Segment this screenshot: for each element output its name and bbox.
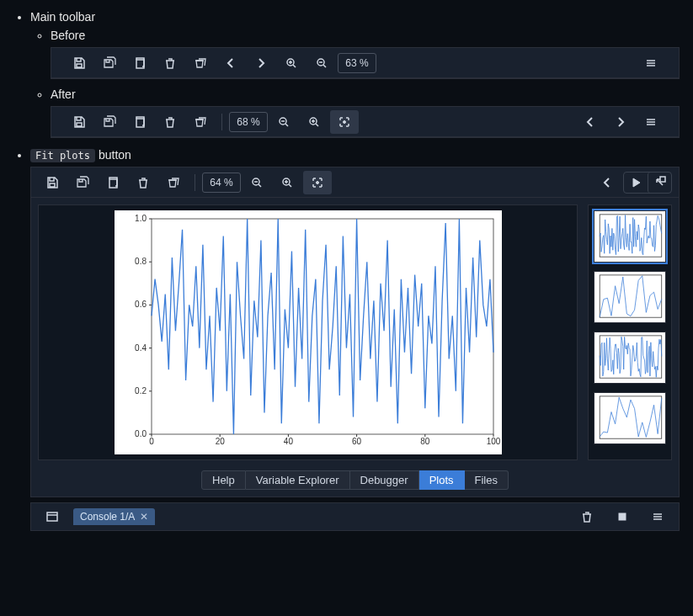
save-icon[interactable]	[65, 51, 93, 75]
doc-sub-before: Before	[51, 29, 85, 42]
console-tab-label: Console 1/A	[80, 511, 135, 523]
zoom-in-icon[interactable]	[273, 171, 301, 194]
delete-icon[interactable]	[129, 171, 157, 194]
save-all-icon[interactable]	[95, 110, 124, 134]
console-tab[interactable]: Console 1/A ✕	[73, 508, 155, 525]
open-external-icon[interactable]	[648, 173, 671, 193]
copy-icon[interactable]	[99, 171, 127, 194]
svg-text:0.2: 0.2	[135, 386, 147, 396]
plot-thumbnails	[588, 204, 672, 460]
save-all-icon[interactable]	[95, 51, 124, 75]
delete-all-icon[interactable]	[186, 110, 215, 134]
plot-thumbnail[interactable]	[594, 210, 666, 263]
pane-tabbar: Help Variable Explorer Debugger Plots Fi…	[31, 467, 679, 497]
svg-text:100: 100	[486, 437, 500, 446]
tab-files[interactable]: Files	[465, 470, 509, 490]
save-icon[interactable]	[38, 171, 67, 194]
svg-text:40: 40	[283, 437, 293, 446]
zoom-level[interactable]: 64 %	[202, 173, 241, 193]
tab-debugger[interactable]: Debugger	[350, 470, 419, 490]
run-external-button-group	[623, 172, 672, 194]
main-plot: 0204060801000.00.20.40.60.81.0	[115, 210, 502, 454]
fit-plots-code: Fit plots	[30, 149, 95, 162]
close-icon[interactable]: ✕	[140, 511, 148, 523]
svg-text:0: 0	[149, 437, 154, 446]
doc-sub-after: After	[51, 88, 76, 101]
browse-tabs-icon[interactable]	[38, 505, 67, 528]
fit-plots-icon[interactable]	[330, 110, 359, 134]
plot-thumbnail[interactable]	[594, 271, 666, 323]
hamburger-menu-icon[interactable]	[643, 505, 672, 528]
plot-thumbnail[interactable]	[594, 392, 666, 444]
separator	[221, 114, 222, 130]
plot-viewport[interactable]: 0204060801000.00.20.40.60.81.0	[38, 204, 578, 460]
hamburger-menu-icon[interactable]	[637, 51, 665, 75]
delete-icon[interactable]	[156, 51, 184, 75]
plot-thumbnail[interactable]	[594, 332, 666, 384]
svg-rect-33	[600, 275, 662, 317]
fit-plots-text: button	[95, 148, 131, 162]
save-all-icon[interactable]	[68, 171, 97, 194]
delete-icon[interactable]	[156, 110, 184, 134]
prev-plot-icon[interactable]	[593, 171, 621, 194]
zoom-out-icon[interactable]	[307, 51, 336, 75]
svg-text:20: 20	[215, 437, 225, 446]
prev-plot-icon[interactable]	[576, 110, 605, 134]
svg-text:1.0: 1.0	[135, 214, 147, 223]
hamburger-menu-icon[interactable]	[637, 110, 665, 134]
toolbar-after: 68 %	[51, 107, 679, 137]
delete-icon[interactable]	[573, 505, 601, 528]
toolbar-after-container: 68 %	[51, 106, 680, 138]
separator	[195, 174, 195, 191]
plots-toolbar: 64 %	[31, 167, 679, 198]
save-icon[interactable]	[65, 110, 93, 134]
tab-help[interactable]: Help	[201, 470, 246, 490]
next-plot-icon[interactable]	[247, 51, 275, 75]
zoom-out-icon[interactable]	[243, 171, 271, 194]
console-bar: Console 1/A ✕	[30, 502, 680, 531]
svg-text:0.6: 0.6	[135, 300, 147, 309]
play-icon[interactable]	[624, 173, 648, 193]
delete-all-icon[interactable]	[159, 171, 188, 194]
svg-text:60: 60	[352, 437, 362, 446]
prev-plot-icon[interactable]	[216, 51, 245, 75]
tab-variable-explorer[interactable]: Variable Explorer	[246, 470, 350, 490]
copy-icon[interactable]	[125, 51, 154, 75]
zoom-out-icon[interactable]	[269, 110, 298, 134]
zoom-level[interactable]: 68 %	[229, 112, 268, 132]
doc-heading-main-toolbar: Main toolbar	[30, 10, 95, 24]
zoom-level[interactable]: 63 %	[338, 53, 376, 73]
toolbar-before-container: 63 %	[51, 47, 680, 79]
zoom-in-icon[interactable]	[300, 110, 328, 134]
interrupt-icon[interactable]	[608, 505, 637, 528]
toolbar-before: 63 %	[51, 48, 679, 78]
tab-plots[interactable]: Plots	[419, 470, 465, 490]
copy-icon[interactable]	[125, 110, 154, 134]
plots-panel: 64 % 0204060801000.00.20.40.60.81.0	[30, 167, 680, 497]
plots-body: 0204060801000.00.20.40.60.81.0	[31, 198, 679, 467]
zoom-in-icon[interactable]	[277, 51, 306, 75]
svg-text:0.4: 0.4	[135, 343, 147, 353]
svg-text:0.8: 0.8	[135, 257, 147, 266]
next-plot-icon[interactable]	[606, 110, 635, 134]
fit-plots-icon[interactable]	[303, 171, 332, 194]
delete-all-icon[interactable]	[186, 51, 215, 75]
svg-text:80: 80	[420, 437, 430, 446]
svg-rect-35	[600, 396, 662, 438]
svg-text:0.0: 0.0	[135, 429, 147, 438]
